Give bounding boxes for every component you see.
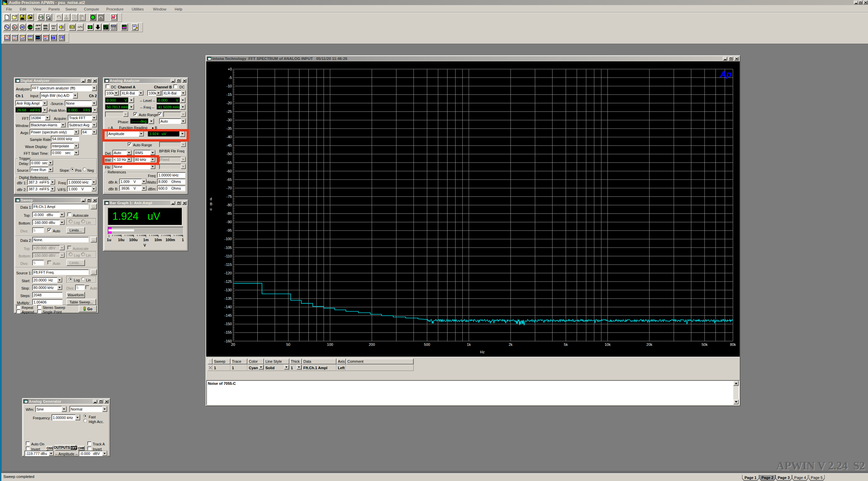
svg-text:50k: 50k bbox=[701, 342, 708, 347]
svg-text:-135: -135 bbox=[224, 296, 232, 300]
svg-text:1k: 1k bbox=[467, 342, 471, 347]
svg-text:200: 200 bbox=[369, 342, 375, 347]
svg-text:5k: 5k bbox=[564, 342, 568, 347]
svg-text:SNR: SNR bbox=[21, 38, 24, 40]
svg-text:BIT: BIT bbox=[52, 27, 56, 29]
svg-text:-45: -45 bbox=[226, 143, 232, 147]
svg-text:d: d bbox=[210, 197, 212, 201]
svg-text:-110: -110 bbox=[225, 254, 232, 258]
svg-text:-115: -115 bbox=[225, 263, 232, 267]
svg-text:-120: -120 bbox=[224, 271, 232, 275]
svg-text:-100: -100 bbox=[224, 237, 232, 241]
svg-text:-125: -125 bbox=[224, 279, 232, 284]
svg-text:DCX: DCX bbox=[70, 26, 74, 28]
svg-text:-65: -65 bbox=[226, 177, 232, 182]
svg-text:+0: +0 bbox=[227, 67, 232, 71]
svg-text:B: B bbox=[210, 202, 212, 206]
svg-text:MLS: MLS bbox=[44, 36, 48, 38]
svg-text:-40: -40 bbox=[226, 135, 232, 139]
svg-text:-140: -140 bbox=[224, 305, 232, 309]
svg-text:-95: -95 bbox=[226, 228, 232, 232]
svg-text:500: 500 bbox=[424, 342, 430, 347]
svg-text:-50: -50 bbox=[226, 152, 232, 156]
svg-text:20k: 20k bbox=[646, 342, 652, 347]
svg-text:-25: -25 bbox=[226, 109, 232, 113]
svg-text:-155: -155 bbox=[224, 330, 232, 334]
svg-text:100: 100 bbox=[327, 342, 333, 347]
svg-text:-5: -5 bbox=[229, 76, 232, 80]
svg-text:u: u bbox=[210, 207, 212, 211]
svg-text:THD: THD bbox=[13, 36, 17, 38]
svg-text:1.99: 1.99 bbox=[28, 26, 32, 28]
svg-text:FFT: FFT bbox=[28, 36, 32, 38]
svg-text:-105: -105 bbox=[224, 246, 232, 250]
svg-text:Ap: Ap bbox=[720, 69, 732, 79]
svg-text:-145: -145 bbox=[224, 313, 232, 317]
svg-text:80k: 80k bbox=[730, 342, 736, 347]
svg-text:-85: -85 bbox=[226, 211, 232, 215]
svg-text:-30: -30 bbox=[226, 118, 232, 122]
svg-text:-55: -55 bbox=[226, 161, 232, 165]
svg-text:20: 20 bbox=[231, 342, 235, 347]
svg-text:50: 50 bbox=[286, 342, 290, 347]
svg-text:-70: -70 bbox=[226, 186, 232, 190]
svg-text:-90: -90 bbox=[226, 220, 232, 224]
svg-text:LO: LO bbox=[37, 37, 40, 39]
svg-text:10k: 10k bbox=[605, 342, 611, 347]
svg-text:-15: -15 bbox=[226, 92, 232, 97]
svg-text:-10: -10 bbox=[226, 84, 232, 88]
svg-text:-35: -35 bbox=[226, 126, 232, 130]
svg-text:1.00: 1.00 bbox=[122, 25, 126, 27]
svg-text:-150: -150 bbox=[224, 322, 232, 326]
svg-text:-60: -60 bbox=[226, 169, 232, 173]
svg-text:-80: -80 bbox=[226, 203, 232, 207]
svg-text:-20: -20 bbox=[226, 101, 232, 105]
svg-text:STAT: STAT bbox=[51, 25, 56, 27]
svg-text:2k: 2k bbox=[508, 342, 513, 347]
svg-text:-130: -130 bbox=[224, 288, 232, 292]
svg-text:Hz: Hz bbox=[480, 350, 484, 354]
svg-text:-75: -75 bbox=[226, 194, 232, 198]
